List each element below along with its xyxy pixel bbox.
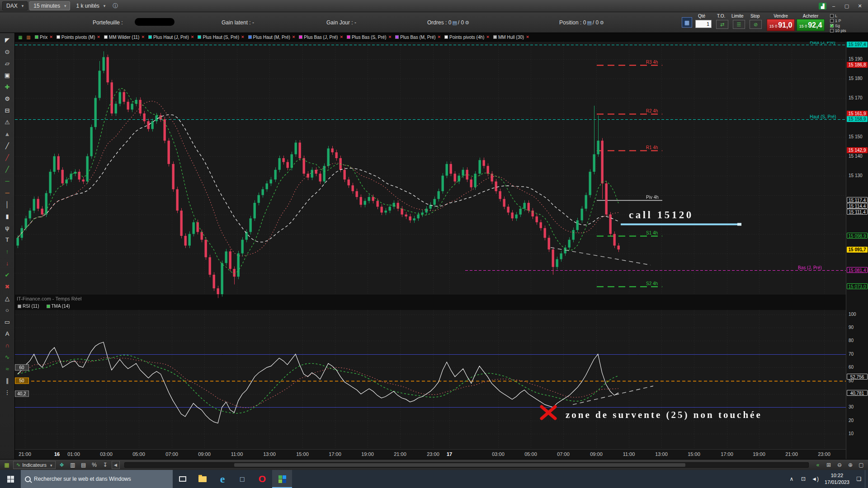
trading-app-button[interactable] xyxy=(272,470,292,488)
rsi-legend-item-0[interactable]: RSI (11) xyxy=(16,304,41,309)
pitchfork-tool[interactable]: ψ xyxy=(2,222,13,233)
close-button[interactable]: ✕ xyxy=(854,2,866,10)
legend-item-9[interactable]: Points pivots (4h)✕ xyxy=(443,35,491,40)
checkbox-icon[interactable] xyxy=(830,14,834,18)
chart-type-icon[interactable]: ▦ xyxy=(17,34,24,40)
grid-icon[interactable]: ▦ xyxy=(2,461,11,469)
indicator-alert-icon[interactable]: ▥ xyxy=(25,34,32,40)
legend-item-1[interactable]: Points pivots (M)✕ xyxy=(55,35,102,40)
checkbox-icon[interactable] xyxy=(830,19,834,23)
trade-option-sg[interactable]: Sg xyxy=(830,23,867,28)
zoom-tool[interactable]: ⊙ xyxy=(2,46,13,57)
show-desktop-button[interactable] xyxy=(865,470,868,488)
opera-button[interactable]: O xyxy=(252,470,272,488)
fullscreen-icon[interactable]: ▢ xyxy=(857,461,866,469)
price-chart[interactable] xyxy=(15,42,846,449)
scrollbar-thumb[interactable] xyxy=(234,463,685,467)
rsi-legend-item-1[interactable]: TMA (14) xyxy=(45,304,72,309)
file-explorer-button[interactable] xyxy=(193,470,212,488)
legend-remove-icon[interactable]: ✕ xyxy=(486,35,490,39)
orders-settings-icon[interactable]: ⚙ xyxy=(465,20,469,25)
trash-tool[interactable]: ⊟ xyxy=(2,105,13,116)
app-window-button[interactable]: ◻ xyxy=(232,470,252,488)
trade-option-10-pts[interactable]: 10 pts xyxy=(830,28,867,33)
tray-chevron-icon[interactable]: ∧ xyxy=(786,470,797,488)
rect-tool[interactable]: ▭ xyxy=(2,316,13,327)
chart-table-icon[interactable]: ▤ xyxy=(79,461,88,469)
trade-option-1-p[interactable]: 1 P xyxy=(830,18,867,23)
legend-remove-icon[interactable]: ✕ xyxy=(141,35,145,39)
duplicate-tool[interactable]: ▣ xyxy=(2,70,13,80)
legend-remove-icon[interactable]: ✕ xyxy=(438,35,441,39)
legend-item-10[interactable]: MM Hull (30)✕ xyxy=(491,35,531,40)
scroll-left-button[interactable]: ◀ xyxy=(112,461,120,469)
instrument-selector[interactable]: DAX xyxy=(2,1,28,10)
vline-tool[interactable]: │ xyxy=(2,199,13,210)
chart-candles-icon[interactable]: ▥ xyxy=(68,461,77,469)
sell-button[interactable]: 15 0 91,0 xyxy=(767,19,795,31)
legend-item-0[interactable]: Prix✕ xyxy=(33,35,55,40)
ray-tool[interactable]: ╱ xyxy=(2,152,13,163)
stop-order-button[interactable]: ⊘ xyxy=(750,20,762,29)
legend-item-8[interactable]: Plus Bas (M, Pré)✕ xyxy=(393,35,443,40)
channel-tool[interactable]: ∥ xyxy=(2,375,13,386)
legend-remove-icon[interactable]: ✕ xyxy=(340,35,343,39)
volume-icon[interactable]: ◄) xyxy=(809,470,821,488)
jump-latest-icon[interactable]: « xyxy=(813,461,822,469)
search-input[interactable] xyxy=(34,476,169,482)
checkbox-icon[interactable] xyxy=(830,29,834,33)
time-axis[interactable]: 21:001601:0003:0005:0007:0009:0011:0013:… xyxy=(15,449,846,459)
mini-chart-button[interactable]: ▦ xyxy=(682,17,692,28)
start-button[interactable] xyxy=(0,470,21,488)
checkbox-icon[interactable] xyxy=(830,24,834,28)
hline-tool[interactable]: ─ xyxy=(2,175,13,186)
legend-item-5[interactable]: Plus Haut (M, Pré)✕ xyxy=(246,35,297,40)
buy-button[interactable]: 15 0 92,4 xyxy=(797,19,825,31)
legend-item-4[interactable]: Plus Haut (S, Pré)✕ xyxy=(196,35,246,40)
segment-tool[interactable]: ╱ xyxy=(2,164,13,174)
legend-remove-icon[interactable]: ✕ xyxy=(49,35,53,39)
maximize-button[interactable]: ▢ xyxy=(841,2,853,10)
legend-remove-icon[interactable]: ✕ xyxy=(97,35,100,39)
percent-icon[interactable]: % xyxy=(90,461,99,469)
minimize-button[interactable]: – xyxy=(828,2,840,10)
print-icon[interactable]: ⊞ xyxy=(824,461,833,469)
legend-item-6[interactable]: Plus Bas (J, Pré)✕ xyxy=(297,35,345,40)
position-settings-icon[interactable]: ⚙ xyxy=(599,20,604,25)
orders-list-icon[interactable]: ▤ xyxy=(452,20,457,25)
label-tool[interactable]: A xyxy=(2,328,13,339)
zigzag-tool[interactable]: ∿ xyxy=(2,352,13,362)
wave-tool[interactable]: ≈ xyxy=(2,363,13,374)
chart-h-scrollbar[interactable] xyxy=(124,462,809,468)
check-tool[interactable]: ✔ xyxy=(2,269,13,280)
alert-tool[interactable]: ⚠ xyxy=(2,117,13,127)
legend-remove-icon[interactable]: ✕ xyxy=(292,35,296,39)
arrow-up-tool[interactable]: ↑ xyxy=(2,246,13,257)
to-order-button[interactable]: ⇄ xyxy=(716,20,728,29)
x-tool[interactable]: ✖ xyxy=(2,281,13,292)
indicators-dropdown[interactable]: ∿Indicateurs xyxy=(13,461,56,469)
trade-option-l[interactable]: L xyxy=(830,13,867,18)
legend-remove-icon[interactable]: ✕ xyxy=(191,35,194,39)
info-icon[interactable]: ⓘ xyxy=(111,2,119,10)
download-icon[interactable]: ↧ xyxy=(101,461,110,469)
zoom-out-icon[interactable]: ⊖ xyxy=(835,461,844,469)
bars-tool[interactable]: ▮ xyxy=(2,211,13,221)
magnet-tool[interactable]: ∩ xyxy=(2,340,13,351)
price-axis[interactable]: 15 19015 18015 17015 15015 14015 13015 1… xyxy=(846,42,868,459)
quantity-input[interactable] xyxy=(695,20,712,28)
more-tool[interactable]: ⋮ xyxy=(2,387,13,398)
settings-tool[interactable]: ⚙ xyxy=(2,93,13,104)
legend-item-3[interactable]: Plus Haut (J, Pré)✕ xyxy=(146,35,196,40)
hsegment-tool[interactable]: ─ xyxy=(2,187,13,198)
units-selector[interactable]: 1 k unités xyxy=(72,1,109,10)
arrow-down-tool[interactable]: ↓ xyxy=(2,258,13,268)
taskbar-search[interactable] xyxy=(21,470,173,488)
legend-item-2[interactable]: MM Wilder (11)✕ xyxy=(102,35,146,40)
legend-remove-icon[interactable]: ✕ xyxy=(388,35,392,39)
limit-order-button[interactable]: ☰ xyxy=(733,20,745,29)
text-tool[interactable]: T xyxy=(2,234,13,245)
triangle-tool[interactable]: △ xyxy=(2,293,13,304)
chart-app-icon[interactable]: ▟ xyxy=(819,3,826,9)
legend-remove-icon[interactable]: ✕ xyxy=(241,35,245,39)
